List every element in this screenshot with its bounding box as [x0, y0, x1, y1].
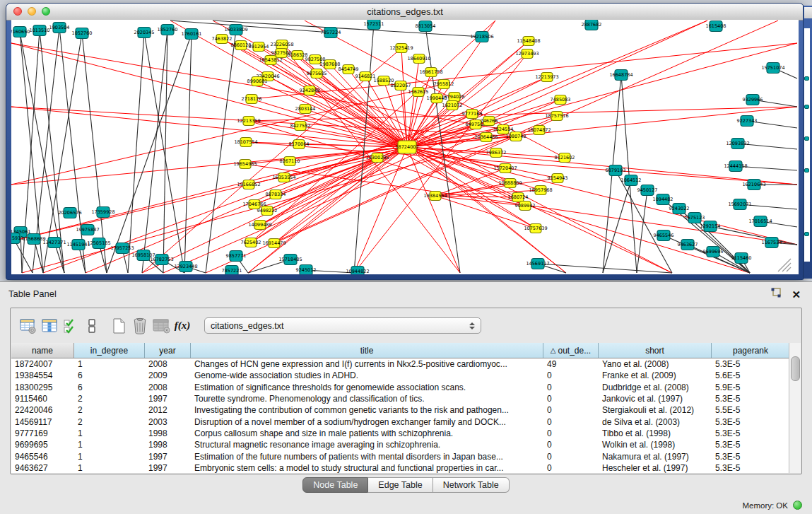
svg-text:1362615: 1362615 [408, 89, 429, 95]
cell-pagerank: 5.3E-5 [712, 440, 790, 450]
svg-text:12213973: 12213973 [535, 74, 558, 80]
svg-text:8121602: 8121602 [555, 155, 575, 160]
svg-text:1013510: 1013510 [30, 28, 50, 33]
function-builder-icon[interactable]: f(x) [172, 315, 193, 337]
cell-year: 2008 [145, 382, 191, 392]
cell-title: Structural magnetic resonance image aver… [191, 440, 543, 450]
table-panel-content: f(x) citations_edges.txt namein_degreeye… [10, 308, 802, 474]
cell-in_degree: 2 [74, 417, 145, 427]
table-vertical-scrollbar[interactable] [789, 343, 801, 473]
background-window-titlebar [804, 7, 812, 18]
svg-text:8912954: 8912954 [249, 44, 269, 49]
cell-in_degree: 1 [74, 452, 145, 462]
svg-text:16353554: 16353554 [272, 175, 295, 180]
cell-short: Jankovic et al. (1997) [599, 394, 712, 404]
svg-text:9498222: 9498222 [257, 208, 278, 214]
cell-year: 2008 [145, 359, 191, 369]
svg-text:7857221: 7857221 [222, 268, 242, 274]
cell-name: 9777169 [11, 428, 74, 438]
column-header-short[interactable]: short [599, 343, 712, 358]
cell-year: 1998 [145, 440, 191, 450]
svg-text:1760161: 1760161 [182, 31, 202, 37]
background-network-node [804, 105, 809, 109]
table-row[interactable]: 969969511998Structural magnetic resonanc… [11, 439, 790, 450]
cell-year: 1998 [145, 428, 191, 438]
svg-text:18957968: 18957968 [529, 187, 552, 193]
network-canvas[interactable]: 1872400774638228860128891295423226058982… [11, 20, 799, 274]
tab-node-table[interactable]: Node Table [302, 477, 368, 493]
float-window-icon[interactable] [771, 288, 781, 300]
column-header-title[interactable]: title [191, 343, 543, 358]
cell-out_de: 49 [543, 359, 599, 369]
svg-text:9089942: 9089942 [515, 203, 536, 209]
column-visibility-icon[interactable] [39, 315, 60, 337]
combo-arrows-icon [469, 322, 475, 329]
table-row[interactable]: 1830029562008Estimation of significance … [11, 382, 790, 393]
svg-text:12093832: 12093832 [726, 141, 749, 146]
svg-text:7463822: 7463822 [212, 36, 233, 42]
table-row[interactable]: 1872400712008Changes of HCN gene express… [11, 358, 790, 370]
svg-text:9463627: 9463627 [678, 242, 698, 247]
column-header-in_degree[interactable]: in_degree [74, 343, 145, 358]
table-settings-icon[interactable] [18, 315, 39, 337]
row-selection-icon[interactable] [60, 315, 81, 337]
svg-text:14099489: 14099489 [248, 222, 271, 228]
cell-in_degree: 1 [74, 359, 145, 369]
svg-text:17359928: 17359928 [91, 209, 114, 215]
table-row[interactable]: 911546021997Tourette syndrome. Phenomeno… [11, 393, 790, 404]
column-header-name[interactable]: name [11, 343, 74, 358]
svg-text:2020345: 2020345 [134, 30, 155, 35]
svg-text:17957253: 17957253 [110, 245, 134, 251]
zoom-window-icon[interactable] [42, 7, 50, 16]
svg-text:8990681: 8990681 [247, 78, 268, 84]
node-table: namein_degreeyeartitle△out_de...shortpag… [11, 343, 790, 473]
table-row[interactable]: 1456911722003Disruption of a novel membe… [11, 416, 790, 427]
column-header-year[interactable]: year [145, 343, 191, 358]
svg-text:20206576: 20206576 [58, 210, 81, 216]
cell-title: Tourette syndrome. Phenomenology and cla… [191, 394, 543, 404]
network-graph[interactable]: 1872400774638228860128891295423226058982… [11, 20, 799, 274]
table-row[interactable]: 946554611997Estimation of the future num… [11, 450, 790, 462]
full-table-mode-icon[interactable] [81, 315, 102, 337]
scrollbar-thumb[interactable] [791, 356, 800, 381]
new-column-icon[interactable] [108, 315, 129, 337]
network-window-titlebar[interactable]: citations_edges.txt [6, 4, 804, 21]
svg-text:19384554: 19384554 [423, 193, 447, 199]
tab-network-table[interactable]: Network Table [433, 477, 510, 493]
svg-text:10688809: 10688809 [498, 180, 522, 186]
table-row[interactable]: 946362711997Embryonic stem cells: a mode… [11, 462, 790, 473]
table-row[interactable]: 1938455462009Genome-wide association stu… [11, 370, 790, 381]
cell-year: 1997 [145, 452, 191, 462]
cell-in_degree: 1 [74, 463, 145, 473]
svg-text:7625402: 7625402 [241, 240, 261, 245]
background-window[interactable] [803, 6, 812, 279]
cell-pagerank: 5.3E-5 [712, 452, 790, 462]
tab-edge-table[interactable]: Edge Table [368, 477, 433, 493]
svg-text:12444158: 12444158 [724, 163, 747, 169]
svg-text:8878334: 8878334 [266, 192, 286, 197]
delete-column-icon[interactable] [129, 315, 151, 337]
cell-out_de: 0 [543, 382, 599, 392]
status-bar: Memory: OK [742, 501, 802, 510]
network-file-select[interactable]: citations_edges.txt [204, 317, 481, 334]
cell-in_degree: 2 [74, 394, 145, 404]
cell-pagerank: 5.3E-5 [712, 417, 790, 427]
column-header-pagerank[interactable]: pagerank [712, 343, 790, 358]
memory-status-icon[interactable] [793, 501, 802, 510]
cell-pagerank: 5.9E-5 [712, 382, 790, 392]
column-header-out_de[interactable]: △out_de... [543, 343, 599, 358]
cell-title: Estimation of the future numbers of pati… [191, 452, 543, 462]
svg-text:2160650: 2160650 [11, 29, 30, 35]
svg-text:18300295: 18300295 [365, 155, 389, 160]
minimize-window-icon[interactable] [28, 7, 36, 16]
delete-table-icon [151, 315, 172, 337]
cell-out_de: 0 [543, 417, 599, 427]
close-panel-icon[interactable]: ✕ [792, 289, 801, 300]
table-row[interactable]: 2242004622012Investigating the contribut… [11, 404, 790, 416]
svg-text:9154943: 9154943 [548, 175, 568, 181]
table-row[interactable]: 977716911998Corpus callosum shape and si… [11, 428, 790, 439]
svg-text:9227343: 9227343 [737, 118, 758, 124]
window-title: citations_edges.txt [367, 6, 443, 17]
svg-text:19654985: 19654985 [233, 161, 257, 167]
close-window-icon[interactable] [13, 7, 22, 16]
